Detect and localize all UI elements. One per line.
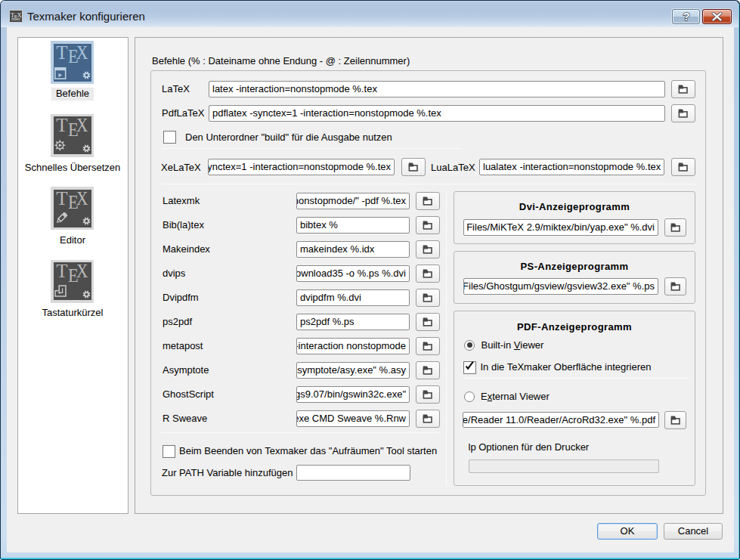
svg-text:?: ? — [683, 10, 689, 23]
